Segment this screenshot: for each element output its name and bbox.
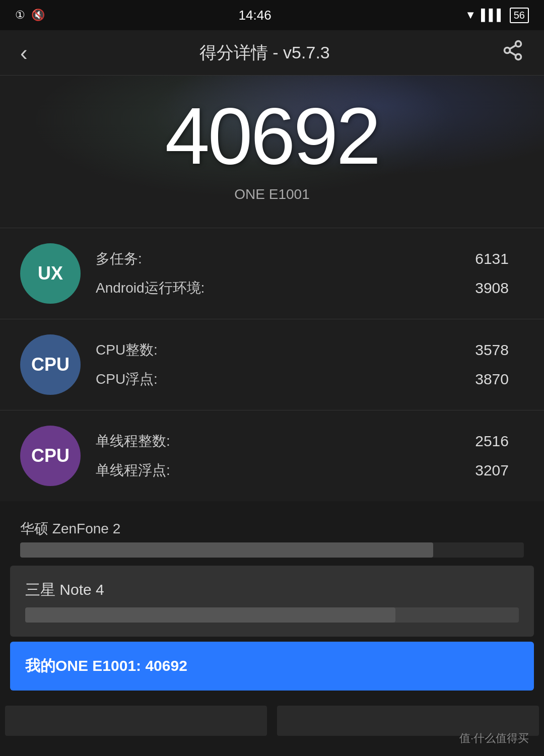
nav-bar: ‹ 得分详情 - v5.7.3 bbox=[0, 30, 544, 76]
ux-android-value: 3908 bbox=[475, 280, 509, 297]
cpu-blue-details: CPU整数: 3578 CPU浮点: 3870 bbox=[81, 335, 524, 394]
ux-multitask-row: 多任务: 6131 bbox=[96, 244, 509, 273]
my-device-label: 我的ONE E1001: 40692 bbox=[25, 656, 519, 676]
benchmark-list: UX 多任务: 6131 Android运行环境: 3908 CPU CPU整数… bbox=[0, 228, 544, 501]
benchmark-item-cpu-blue: CPU CPU整数: 3578 CPU浮点: 3870 bbox=[0, 319, 544, 410]
status-bar: ① 🔇 14:46 ▼ ▌▌▌ 56 bbox=[0, 0, 544, 30]
benchmark-item-ux: UX 多任务: 6131 Android运行环境: 3908 bbox=[0, 228, 544, 319]
signal-icon: ▌▌▌ bbox=[481, 9, 505, 22]
back-button[interactable]: ‹ bbox=[20, 42, 28, 64]
ux-details: 多任务: 6131 Android运行环境: 3908 bbox=[81, 244, 524, 303]
cpu-purple-details: 单线程整数: 2516 单线程浮点: 3207 bbox=[81, 427, 524, 485]
ux-multitask-value: 6131 bbox=[475, 250, 509, 267]
notification-icon: ① bbox=[15, 9, 25, 22]
volume-icon: 🔇 bbox=[31, 9, 45, 22]
cpu-single-int-row: 单线程整数: 2516 bbox=[96, 427, 509, 456]
status-time: 14:46 bbox=[239, 8, 271, 23]
wifi-icon: ▼ bbox=[465, 9, 476, 22]
cpu-float-label: CPU浮点: bbox=[96, 370, 158, 389]
device-card-note4: 三星 Note 4 bbox=[10, 566, 534, 637]
cpu-single-int-label: 单线程整数: bbox=[96, 432, 170, 451]
bottom-nav-right[interactable] bbox=[277, 706, 539, 736]
svg-line-3 bbox=[510, 52, 516, 55]
status-left: ① 🔇 bbox=[15, 9, 45, 22]
note4-label: 三星 Note 4 bbox=[25, 580, 519, 600]
cpu-float-value: 3870 bbox=[475, 371, 509, 388]
my-device-card: 我的ONE E1001: 40692 bbox=[10, 642, 534, 691]
note4-bar-fill bbox=[25, 607, 395, 623]
ux-android-label: Android运行环境: bbox=[96, 279, 205, 298]
cpu-blue-icon: CPU bbox=[20, 334, 81, 395]
benchmark-score: 40692 bbox=[10, 96, 534, 176]
cpu-single-float-value: 3207 bbox=[475, 462, 509, 479]
cpu-single-float-row: 单线程浮点: 3207 bbox=[96, 456, 509, 485]
svg-line-4 bbox=[510, 45, 516, 49]
zenfone-label: 华硕 ZenFone 2 bbox=[0, 511, 544, 542]
share-button[interactable] bbox=[502, 39, 524, 66]
benchmark-item-cpu-purple: CPU 单线程整数: 2516 单线程浮点: 3207 bbox=[0, 410, 544, 501]
cpu-int-label: CPU整数: bbox=[96, 340, 158, 360]
cpu-int-row: CPU整数: 3578 bbox=[96, 335, 509, 365]
cpu-purple-icon: CPU bbox=[20, 426, 81, 486]
cpu-float-row: CPU浮点: 3870 bbox=[96, 365, 509, 394]
cpu-single-float-label: 单线程浮点: bbox=[96, 461, 170, 480]
bottom-nav bbox=[0, 701, 544, 741]
battery-level: 56 bbox=[510, 8, 529, 23]
note4-bar bbox=[25, 607, 519, 623]
ux-android-row: Android运行环境: 3908 bbox=[96, 273, 509, 303]
device-name: ONE E1001 bbox=[10, 186, 534, 202]
bottom-nav-left[interactable] bbox=[5, 706, 267, 736]
score-section: 40692 ONE E1001 bbox=[0, 76, 544, 228]
cpu-int-value: 3578 bbox=[475, 341, 509, 359]
ux-multitask-label: 多任务: bbox=[96, 249, 142, 268]
status-right: ▼ ▌▌▌ 56 bbox=[465, 8, 529, 23]
comparison-section: 华硕 ZenFone 2 三星 Note 4 我的ONE E1001: 4069… bbox=[0, 501, 544, 741]
cpu-single-int-value: 2516 bbox=[475, 433, 509, 450]
ux-icon: UX bbox=[20, 243, 81, 304]
page-title: 得分详情 - v5.7.3 bbox=[199, 41, 330, 64]
